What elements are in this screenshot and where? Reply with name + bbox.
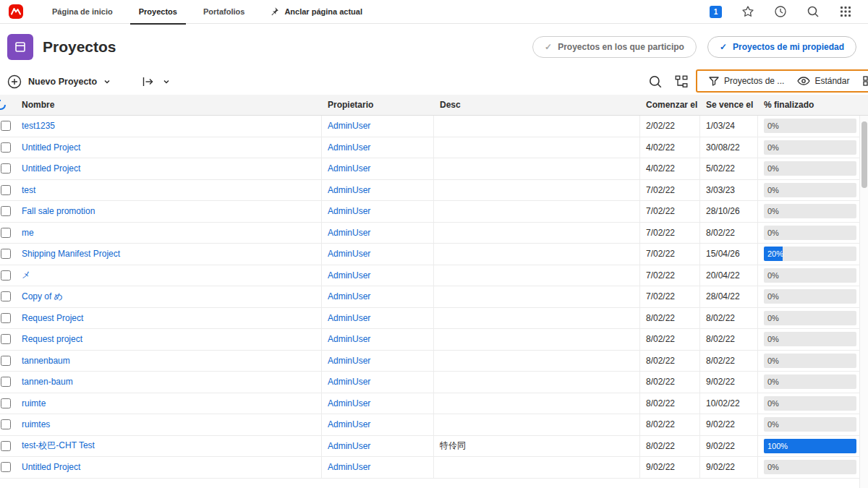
row-checkbox[interactable] bbox=[1, 142, 11, 153]
export-button[interactable] bbox=[141, 75, 170, 88]
table-row[interactable]: me AdminUser 7/02/22 8/02/22 0% bbox=[0, 223, 868, 244]
row-checkbox[interactable] bbox=[1, 419, 11, 429]
row-checkbox[interactable] bbox=[1, 206, 11, 216]
table-row[interactable]: test1235 AdminUser 2/02/22 1/03/24 0% bbox=[0, 116, 868, 137]
history-clock-icon[interactable] bbox=[774, 5, 787, 18]
project-name-link[interactable]: test bbox=[22, 185, 35, 195]
favorites-star-icon[interactable] bbox=[741, 5, 754, 18]
table-row[interactable]: Copy of め AdminUser 7/02/22 28/04/22 0% bbox=[0, 286, 868, 308]
project-name-link[interactable]: Untitled Project bbox=[22, 142, 80, 153]
row-checkbox[interactable] bbox=[1, 291, 11, 301]
scrollbar-thumb[interactable] bbox=[861, 121, 867, 188]
table-row[interactable]: ruimtes AdminUser 8/02/22 9/02/22 0% bbox=[0, 414, 868, 436]
project-name-link[interactable]: Fall sale promotion bbox=[22, 206, 95, 216]
project-name-link[interactable]: Untitled Project bbox=[22, 163, 80, 174]
tab-proyectos[interactable]: Proyectos bbox=[126, 0, 190, 24]
row-checkbox[interactable] bbox=[1, 398, 11, 408]
filter-selector[interactable]: Proyectos de ... bbox=[702, 75, 791, 87]
list-search-icon[interactable] bbox=[648, 74, 663, 89]
row-checkbox[interactable] bbox=[1, 185, 11, 195]
owner-link[interactable]: AdminUser bbox=[328, 206, 370, 216]
table-row[interactable]: Untitled Project AdminUser 4/02/22 5/02/… bbox=[0, 158, 868, 180]
desc-cell bbox=[434, 137, 640, 158]
column-header-finalizado[interactable]: % finalizado bbox=[758, 100, 859, 110]
owner-link[interactable]: AdminUser bbox=[328, 270, 370, 281]
owner-link[interactable]: AdminUser bbox=[328, 142, 370, 153]
project-name-link[interactable]: Copy of め bbox=[22, 291, 63, 303]
notification-badge[interactable]: 1 bbox=[710, 6, 722, 18]
table-row[interactable]: Request project AdminUser 8/02/22 8/02/2… bbox=[0, 329, 868, 351]
owner-link[interactable]: AdminUser bbox=[328, 228, 370, 238]
pill-projects-i-am-on[interactable]: ✓ Proyectos en los que participo bbox=[532, 36, 697, 58]
table-row[interactable]: ruimte AdminUser 8/02/22 10/02/22 0% bbox=[0, 393, 868, 415]
global-search-icon[interactable] bbox=[807, 5, 820, 18]
owner-link[interactable]: AdminUser bbox=[328, 313, 370, 323]
new-project-button[interactable]: Nuevo Proyecto bbox=[7, 74, 111, 89]
project-name-link[interactable]: me bbox=[22, 228, 34, 238]
table-row[interactable]: Untitled Project AdminUser 9/02/22 9/02/… bbox=[0, 457, 868, 479]
project-name-link[interactable]: tannenbaum bbox=[22, 356, 70, 366]
project-name-link[interactable]: test1235 bbox=[22, 121, 55, 131]
desc-cell bbox=[434, 372, 640, 393]
column-header-se-vence-el[interactable]: Se vence el bbox=[700, 100, 758, 110]
row-checkbox[interactable] bbox=[1, 270, 11, 281]
owner-link[interactable]: AdminUser bbox=[328, 249, 370, 259]
row-checkbox[interactable] bbox=[1, 441, 11, 451]
project-name-link[interactable]: ruimte bbox=[22, 398, 46, 408]
pill-projects-i-own[interactable]: ✓ Proyectos de mi propiedad bbox=[707, 36, 856, 58]
start-date-cell: 7/02/22 bbox=[640, 180, 700, 201]
start-date-cell: 9/02/22 bbox=[640, 457, 700, 478]
row-checkbox[interactable] bbox=[1, 249, 11, 259]
app-switcher-icon[interactable] bbox=[839, 5, 852, 18]
project-name-link[interactable]: tannen-baum bbox=[22, 377, 73, 387]
owner-link[interactable]: AdminUser bbox=[328, 185, 370, 195]
layout-switcher-icon[interactable] bbox=[674, 74, 689, 89]
column-header-propietario[interactable]: Propietario bbox=[322, 100, 434, 110]
owner-link[interactable]: AdminUser bbox=[328, 356, 370, 366]
row-checkbox[interactable] bbox=[1, 334, 11, 344]
workfront-logo[interactable] bbox=[7, 3, 25, 20]
pin-current-page-button[interactable]: Anclar página actual bbox=[269, 7, 362, 17]
row-checkbox[interactable] bbox=[1, 121, 11, 131]
owner-link[interactable]: AdminUser bbox=[328, 163, 370, 174]
table-row[interactable]: Fall sale promotion AdminUser 7/02/22 28… bbox=[0, 201, 868, 223]
table-row[interactable]: tannen-baum AdminUser 8/02/22 9/02/22 0% bbox=[0, 372, 868, 393]
table-row[interactable]: メ AdminUser 7/02/22 20/04/22 0% bbox=[0, 265, 868, 287]
owner-link[interactable]: AdminUser bbox=[328, 419, 370, 429]
project-name-link[interactable]: test-校巴-CHT Test bbox=[22, 440, 95, 452]
owner-link[interactable]: AdminUser bbox=[328, 398, 370, 408]
table-row[interactable]: Untitled Project AdminUser 4/02/22 30/08… bbox=[0, 137, 868, 159]
owner-link[interactable]: AdminUser bbox=[328, 377, 370, 387]
project-name-link[interactable]: Request project bbox=[22, 334, 82, 344]
owner-link[interactable]: AdminUser bbox=[328, 291, 370, 301]
project-name-link[interactable]: Untitled Project bbox=[22, 462, 80, 472]
row-checkbox[interactable] bbox=[1, 163, 11, 174]
table-row[interactable]: test AdminUser 7/02/22 3/03/23 0% bbox=[0, 180, 868, 202]
project-name-link[interactable]: Shipping Manifest Project bbox=[22, 249, 120, 259]
export-icon bbox=[141, 75, 154, 88]
owner-link[interactable]: AdminUser bbox=[328, 462, 370, 472]
table-row[interactable]: test-校巴-CHT Test AdminUser 特伶同 8/02/22 9… bbox=[0, 436, 868, 458]
owner-link[interactable]: AdminUser bbox=[328, 121, 370, 131]
tab-portafolios[interactable]: Portafolios bbox=[190, 0, 258, 24]
progress-label: 0% bbox=[767, 164, 779, 173]
row-checkbox[interactable] bbox=[1, 377, 11, 387]
table-row[interactable]: Request Project AdminUser 8/02/22 8/02/2… bbox=[0, 308, 868, 330]
column-header-desc[interactable]: Desc bbox=[434, 100, 640, 110]
row-checkbox[interactable] bbox=[1, 228, 11, 238]
column-header-nombre[interactable]: Nombre bbox=[16, 100, 322, 110]
column-header-comenzar-el[interactable]: Comenzar el↑ bbox=[640, 100, 700, 110]
owner-link[interactable]: AdminUser bbox=[328, 334, 370, 344]
row-checkbox[interactable] bbox=[1, 462, 11, 472]
table-row[interactable]: tannenbaum AdminUser 8/02/22 8/02/22 0% bbox=[0, 351, 868, 372]
tab-pagina-de-inicio[interactable]: Página de inicio bbox=[39, 0, 126, 24]
table-row[interactable]: Shipping Manifest Project AdminUser 7/02… bbox=[0, 244, 868, 265]
project-name-link[interactable]: メ bbox=[22, 269, 30, 281]
view-selector[interactable]: Estándar bbox=[791, 76, 856, 86]
row-checkbox[interactable] bbox=[1, 313, 11, 323]
project-name-link[interactable]: ruimtes bbox=[22, 419, 50, 429]
grouping-selector[interactable]: Nada bbox=[856, 75, 868, 87]
row-checkbox[interactable] bbox=[1, 356, 11, 366]
owner-link[interactable]: AdminUser bbox=[328, 441, 370, 451]
project-name-link[interactable]: Request Project bbox=[22, 313, 83, 323]
